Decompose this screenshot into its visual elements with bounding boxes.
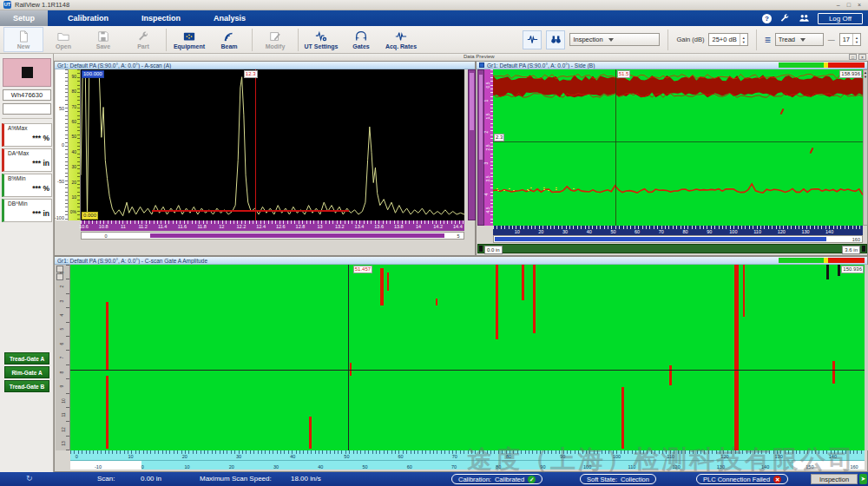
ascan-cursor-line[interactable] [255, 69, 256, 220]
maximize-button[interactable]: □ [847, 2, 851, 8]
sideb-right-scrollbar[interactable]: ▲▼ [863, 69, 868, 226]
ascan-x-tick-label: 13.2 [335, 224, 345, 229]
sideb-y-tick-label: 4.5 [485, 207, 490, 213]
cscan-right-scrollbar[interactable] [865, 265, 868, 450]
cscan-row-label: 5 [59, 328, 64, 331]
mode-select[interactable]: Inspection [569, 33, 660, 46]
gate-button-rim-gate-a[interactable]: Rim-Gate A [4, 366, 49, 378]
sideb-y-tick-label: 0.5 [485, 82, 490, 89]
defect-streak [380, 268, 384, 305]
toolbar-button-acq-rates[interactable]: Acq. Rates [381, 27, 421, 52]
help-icon[interactable]: ? [762, 14, 772, 23]
gate-curve-icon [354, 30, 368, 43]
log-off-button[interactable]: Log Off [818, 13, 863, 24]
toolbar-button-beam[interactable]: Beam [209, 27, 249, 52]
wrench-icon[interactable] [779, 13, 791, 24]
go-arrow-icon[interactable]: ➤ [859, 474, 867, 484]
hamburger-icon[interactable]: ≡ [765, 35, 771, 45]
toolbar-button-label: Part [137, 43, 149, 49]
toolbar-button-gates[interactable]: Gates [341, 27, 381, 52]
toolbar-button-save[interactable]: Save [83, 27, 123, 52]
cscan-panel: Gr1: Default PA (S:90.0°, A: 0.0°) - C-s… [54, 256, 868, 472]
scrollbar-thumb[interactable] [479, 75, 483, 160]
gate-button-tread-gate-b[interactable]: Tread-Gate B [4, 380, 49, 392]
ascan-x-tick-label: 12 [219, 224, 224, 229]
ascan-x-tick-label: 12.6 [276, 224, 286, 229]
cscan-overview-tick-label: 60 [407, 464, 412, 470]
ascan-plot[interactable]: 100.000 0.000 12.3 [81, 69, 464, 220]
sideb-range-bar[interactable]: 0.0 in 3.6 in [477, 244, 867, 253]
stepper-arrows-icon[interactable]: ▲▼ [852, 34, 860, 45]
ascan-horizontal-scrollbar[interactable]: 0 5 [81, 232, 464, 240]
sideb-x-tick-label: 120 [778, 229, 786, 234]
menu-tab-inspection[interactable]: Inspection [128, 10, 194, 26]
menu-tab-setup[interactable]: Setup [0, 10, 48, 26]
ascan-x-tick-label: 13.6 [374, 224, 384, 229]
ruler-tool-button[interactable] [56, 273, 63, 280]
app-logo-icon: UT [3, 1, 11, 9]
cscan-cursor-line[interactable] [348, 265, 349, 450]
scan-value: 0.00 in [141, 475, 161, 483]
sideb-depth-line[interactable] [493, 141, 863, 142]
sideb-vertical-scrollbar[interactable] [477, 69, 484, 226]
range-handle-right[interactable] [862, 246, 865, 252]
toolbar-button-new[interactable]: New [3, 27, 43, 52]
scrollbar-thumb[interactable] [470, 73, 474, 129]
surface-select[interactable]: Tread [775, 33, 824, 46]
toolbar-button-modify[interactable]: Modify [255, 27, 295, 52]
menu-tab-analysis[interactable]: Analysis [201, 10, 259, 26]
gain-value: 25+0 dB [709, 36, 739, 43]
count-stepper[interactable]: 17▲▼ [839, 33, 861, 46]
pulse-view-button[interactable] [523, 30, 542, 49]
ascan-vertical-scrollbar[interactable] [468, 69, 476, 220]
users-icon[interactable] [799, 13, 810, 24]
secondary-id-field[interactable] [3, 103, 51, 115]
cscan-plot[interactable]: 150.936 51.457 [70, 265, 865, 450]
measurement-label: B%Min [8, 175, 49, 181]
sideb-cursor-line[interactable] [615, 69, 616, 226]
sideb-horizontal-scrollbar[interactable]: 160 [493, 235, 863, 243]
overview-margin [70, 461, 141, 470]
gate-button-tread-gate-a[interactable]: Tread-Gate A [4, 352, 49, 364]
menu-tab-calibration[interactable]: Calibration [55, 10, 122, 26]
range-handle-left[interactable] [479, 246, 483, 252]
ascan-x-tick-label: 12.8 [296, 224, 306, 229]
noise-speck [503, 190, 505, 191]
ut-settings-pulse-gear-icon [314, 30, 328, 43]
toolbar-button-equipment[interactable]: Equipment [169, 27, 209, 52]
ascan-gate-line[interactable] [152, 210, 350, 212]
gain-stepper[interactable]: 25+0 dB▲▼ [708, 33, 747, 46]
measurement-value: *** in [8, 159, 49, 167]
sideb-plot[interactable]: 158.936 51.5 2.3 [493, 69, 863, 226]
measurement-value: *** % [8, 184, 49, 193]
scrollbar-thumb[interactable] [150, 233, 444, 238]
sideb-y-tick-label: 1 [483, 100, 489, 102]
preview-maximize-button[interactable]: □ [849, 54, 857, 60]
toolbar-button-ut-settings[interactable]: UT Settings [301, 27, 341, 52]
scan-speed-value: 18.00 in/s [291, 475, 321, 483]
refresh-icon[interactable]: ↻ [26, 474, 33, 483]
cscan-overview-tick-label: 10 [184, 464, 189, 470]
toolbar-button-open[interactable]: Open [43, 27, 83, 52]
cscan-row-cursor-line[interactable] [70, 370, 865, 371]
toolbar-button-part[interactable]: Part [123, 27, 163, 52]
defect-streak [621, 387, 624, 449]
ascan-x-tick-label: 11 [121, 224, 126, 229]
ascan-y-tick-label: -100 [55, 215, 64, 220]
defect-streak [436, 299, 437, 306]
wheel-id-field[interactable]: Wh476630 [3, 89, 51, 101]
sideb-noise-bands [493, 69, 863, 226]
defect-streak [387, 273, 389, 291]
close-button[interactable]: × [858, 2, 861, 8]
preview-close-button[interactable]: × [858, 54, 866, 60]
scrollbar-thumb[interactable] [495, 237, 826, 241]
minimize-button[interactable]: – [837, 2, 840, 8]
save-floppy-icon [96, 30, 110, 43]
count-value: 17 [840, 36, 852, 43]
stepper-arrows-icon[interactable]: ▲▼ [740, 34, 747, 45]
amplitude-colorbar [779, 62, 865, 68]
ascan-x-tick-label: 11.2 [138, 224, 147, 229]
find-binoculars-button[interactable] [546, 30, 565, 49]
sideb-x-ruler: 102030405060708090100110120130140 [493, 226, 863, 235]
stop-indicator[interactable] [3, 58, 51, 87]
